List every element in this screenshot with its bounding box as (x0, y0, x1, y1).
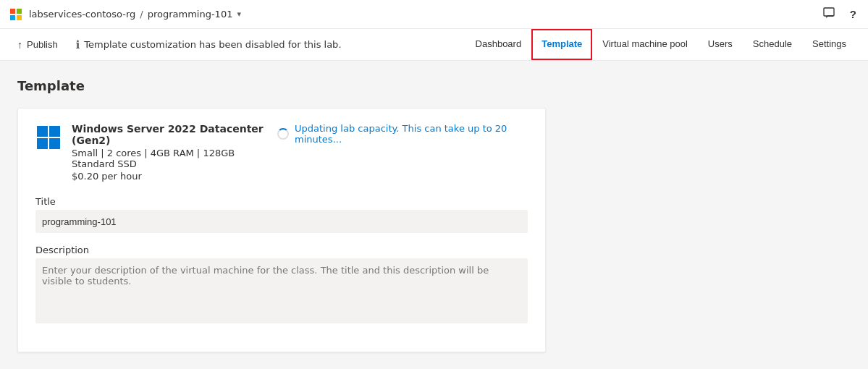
tab-settings[interactable]: Settings (802, 29, 856, 60)
feedback-icon (822, 7, 835, 22)
windows-logo-icon (35, 124, 62, 150)
publish-button[interactable]: ↑ Publish (12, 29, 64, 60)
template-card: Windows Server 2022 Datacenter (Gen2) Sm… (17, 108, 546, 352)
tab-vm-pool[interactable]: Virtual machine pool (592, 29, 698, 60)
tab-template[interactable]: Template (531, 29, 592, 60)
publish-icon: ↑ (17, 39, 22, 51)
vm-status: Updating lab capacity. This can take up … (277, 123, 528, 145)
title-input[interactable] (35, 210, 528, 233)
nav-notice: ℹ Template customization has been disabl… (76, 38, 342, 51)
help-icon: ? (850, 8, 856, 20)
svg-rect-1 (17, 9, 22, 14)
vm-info-row: Windows Server 2022 Datacenter (Gen2) Sm… (35, 123, 528, 182)
svg-rect-8 (49, 138, 60, 149)
breadcrumb-items: labservices-contoso-rg / programming-101… (29, 9, 241, 20)
vm-info-left: Windows Server 2022 Datacenter (Gen2) Sm… (35, 123, 277, 182)
brand-icon (9, 7, 23, 22)
nav-actions: ↑ Publish ℹ Template customization has b… (12, 29, 463, 60)
vm-status-text: Updating lab capacity. This can take up … (295, 123, 528, 145)
svg-rect-3 (17, 15, 22, 20)
feedback-button[interactable] (819, 4, 838, 25)
vm-name: Windows Server 2022 Datacenter (Gen2) (72, 123, 277, 146)
page-title: Template (17, 78, 851, 93)
description-form-group: Description (35, 245, 528, 326)
title-form-group: Title (35, 196, 528, 233)
tab-schedule[interactable]: Schedule (743, 29, 802, 60)
tab-dashboard[interactable]: Dashboard (465, 29, 532, 60)
description-input[interactable] (35, 258, 528, 323)
vm-price: $0.20 per hour (72, 171, 277, 182)
top-bar-actions: ? (819, 4, 859, 25)
breadcrumb-separator: / (140, 9, 143, 20)
info-icon: ℹ (76, 38, 80, 51)
svg-rect-6 (49, 126, 60, 137)
nav-notice-text: Template customization has been disabled… (84, 39, 341, 50)
breadcrumb-resource-group[interactable]: labservices-contoso-rg (29, 9, 135, 20)
svg-rect-5 (37, 126, 48, 137)
main-content: Template Windows Server 2022 Datacenter … (0, 61, 868, 369)
top-bar: labservices-contoso-rg / programming-101… (0, 0, 868, 29)
description-label: Description (35, 245, 528, 255)
tab-users[interactable]: Users (698, 29, 743, 60)
svg-rect-0 (10, 9, 15, 14)
vm-details: Windows Server 2022 Datacenter (Gen2) Sm… (72, 123, 277, 182)
loading-spinner (277, 128, 289, 140)
breadcrumb-lab-name[interactable]: programming-101 (148, 9, 233, 20)
chevron-down-icon[interactable]: ▾ (237, 9, 241, 19)
svg-rect-4 (824, 8, 834, 16)
svg-rect-7 (37, 138, 48, 149)
nav-bar: ↑ Publish ℹ Template customization has b… (0, 29, 868, 61)
vm-specs: Small | 2 cores | 4GB RAM | 128GB Standa… (72, 148, 277, 169)
breadcrumb: labservices-contoso-rg / programming-101… (9, 7, 241, 22)
svg-rect-2 (10, 15, 15, 20)
publish-label: Publish (27, 39, 58, 50)
title-label: Title (35, 196, 528, 207)
nav-tabs: Dashboard Template Virtual machine pool … (465, 29, 856, 60)
help-button[interactable]: ? (847, 5, 859, 23)
